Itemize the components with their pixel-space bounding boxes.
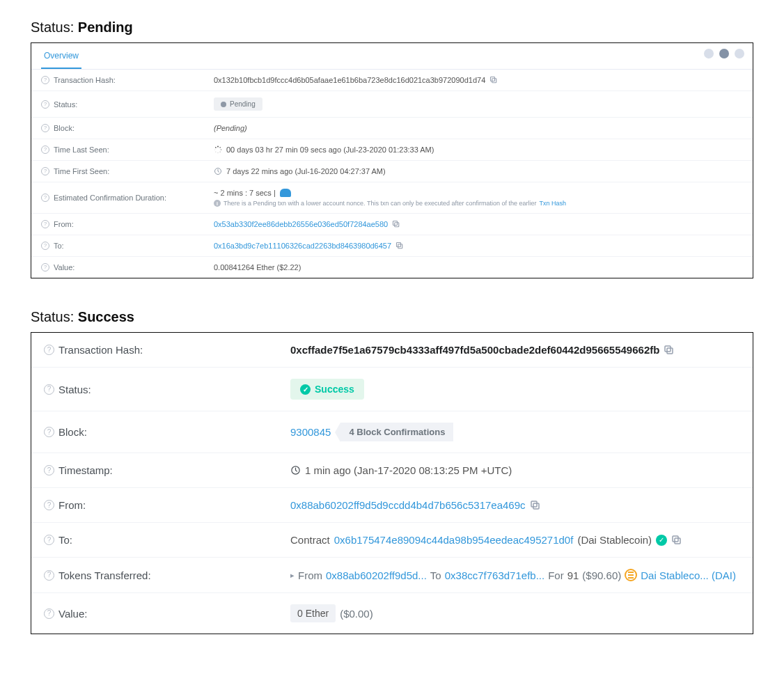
help-icon[interactable]: ? bbox=[41, 76, 49, 84]
value-pill: 0 Ether bbox=[290, 604, 336, 622]
panel-dot bbox=[704, 49, 714, 58]
tokens-from-link[interactable]: 0x88ab60202ff9d5d... bbox=[326, 569, 427, 581]
section-title-pending: Status: Pending bbox=[31, 19, 753, 36]
help-icon[interactable]: ? bbox=[41, 124, 49, 132]
help-icon[interactable]: ? bbox=[41, 146, 49, 154]
svg-rect-13 bbox=[398, 244, 402, 249]
token-name-link[interactable]: Dai Stableco... (DAI) bbox=[641, 569, 736, 581]
label-status: Status: bbox=[58, 384, 91, 395]
help-icon[interactable]: ? bbox=[44, 608, 54, 619]
row-tokens-transferred: ? Tokens Transferred: ▸ From 0x88ab60202… bbox=[31, 558, 753, 593]
svg-rect-0 bbox=[492, 79, 496, 83]
spinner-icon bbox=[214, 146, 222, 154]
row-from: ? From: 0x88ab60202ff9d5d9ccdd4b4d7b656c… bbox=[31, 488, 753, 523]
row-tx-hash: ? Transaction Hash: 0xcffade7f5e1a67579c… bbox=[31, 333, 753, 368]
est-duration-value: ~ 2 mins : 7 secs | bbox=[214, 189, 276, 197]
help-icon[interactable]: ? bbox=[44, 535, 54, 545]
row-status: ? Status: ✓ Success bbox=[31, 368, 753, 411]
section-title-success: Status: Success bbox=[31, 309, 753, 325]
label-tx-hash: Transaction Hash: bbox=[58, 344, 143, 356]
pending-dot-icon bbox=[221, 102, 226, 107]
label-tx-hash: Transaction Hash: bbox=[54, 76, 116, 84]
row-time-last-seen: ? Time Last Seen: 00 days 03 hr 27 min 0… bbox=[31, 139, 753, 161]
tokens-amount-usd: ($90.60) bbox=[582, 569, 621, 581]
clock-icon bbox=[214, 167, 222, 175]
svg-rect-19 bbox=[531, 501, 537, 507]
label-block: Block: bbox=[54, 124, 75, 132]
tokens-to-label: To bbox=[430, 569, 441, 581]
copy-icon[interactable] bbox=[489, 76, 498, 84]
value-usd: ($0.00) bbox=[340, 608, 373, 620]
section-title-prefix: Status: bbox=[31, 309, 78, 324]
tokens-to-link[interactable]: 0x38cc7f763d71efb... bbox=[445, 569, 544, 581]
tx-hash-value: 0xcffade7f5e1a67579cb4333aff497fd5a500cb… bbox=[290, 344, 659, 356]
to-address-link[interactable]: 0x6b175474e89094c44da98b954eedeac495271d… bbox=[334, 534, 574, 546]
section-title-status: Pending bbox=[78, 19, 133, 35]
time-first-seen-value: 7 days 22 mins ago (Jul-16-2020 04:27:37… bbox=[226, 167, 386, 175]
copy-icon[interactable] bbox=[530, 500, 541, 511]
panel-dot bbox=[735, 49, 744, 58]
label-from: From: bbox=[54, 220, 74, 228]
help-icon[interactable]: ? bbox=[41, 220, 49, 228]
est-note-text: There is a Pending txn with a lower acco… bbox=[224, 200, 537, 207]
tokens-for-label: For bbox=[548, 569, 564, 581]
copy-icon[interactable] bbox=[395, 242, 404, 250]
to-prefix: Contract bbox=[290, 534, 330, 546]
svg-rect-11 bbox=[395, 223, 399, 227]
svg-point-2 bbox=[217, 146, 219, 148]
svg-rect-14 bbox=[397, 243, 401, 247]
svg-rect-1 bbox=[491, 77, 495, 81]
block-confirmations-badge: 4 Block Confirmations bbox=[340, 423, 453, 441]
label-est-conf: Estimated Confirmation Duration: bbox=[54, 194, 166, 202]
success-panel: ? Transaction Hash: 0xcffade7f5e1a67579c… bbox=[31, 332, 753, 634]
label-value: Value: bbox=[54, 263, 75, 272]
svg-point-6 bbox=[217, 152, 218, 153]
label-block: Block: bbox=[58, 426, 87, 438]
tx-hash-value: 0x132b10fbcb1d9fccc4d6b05afaae1e61b6ba72… bbox=[214, 76, 485, 84]
status-badge-text: Pending bbox=[230, 100, 256, 108]
row-value: ? Value: 0.00841264 Ether ($2.22) bbox=[31, 257, 753, 278]
gauge-icon[interactable] bbox=[280, 189, 291, 197]
svg-point-4 bbox=[221, 149, 222, 150]
copy-icon[interactable] bbox=[664, 345, 675, 356]
svg-point-7 bbox=[215, 152, 216, 152]
svg-point-8 bbox=[214, 149, 215, 150]
to-address-link[interactable]: 0x16a3bd9c7eb11106326cad2263bd8463980d64… bbox=[214, 242, 391, 250]
help-icon[interactable]: ? bbox=[41, 242, 49, 250]
help-icon[interactable]: ? bbox=[41, 263, 49, 272]
check-circle-icon: ✓ bbox=[300, 384, 311, 395]
from-address-link[interactable]: 0x53ab330f2ee86debb26556e036ed50f7284ae5… bbox=[214, 220, 388, 228]
help-icon[interactable]: ? bbox=[41, 194, 49, 202]
caret-icon: ▸ bbox=[290, 571, 295, 580]
help-icon[interactable]: ? bbox=[44, 384, 54, 395]
from-address-link[interactable]: 0x88ab60202ff9d5d9ccdd4b4d7b656c5317ea46… bbox=[290, 499, 526, 511]
block-value: (Pending) bbox=[214, 124, 247, 132]
svg-rect-20 bbox=[675, 538, 680, 544]
status-badge-success: ✓ Success bbox=[290, 379, 364, 400]
help-icon[interactable]: ? bbox=[44, 427, 54, 437]
info-icon: i bbox=[214, 200, 221, 207]
copy-icon[interactable] bbox=[392, 220, 400, 228]
panel-dot bbox=[719, 49, 729, 58]
row-block: ? Block: (Pending) bbox=[31, 118, 753, 139]
tab-overview[interactable]: Overview bbox=[41, 44, 81, 69]
help-icon[interactable]: ? bbox=[44, 465, 54, 475]
label-tokens-transferred: Tokens Transferred: bbox=[58, 569, 151, 581]
block-number-link[interactable]: 9300845 bbox=[290, 426, 331, 438]
help-icon[interactable]: ? bbox=[44, 345, 54, 355]
txn-hash-link[interactable]: Txn Hash bbox=[540, 200, 567, 207]
row-block: ? Block: 9300845 4 Block Confirmations bbox=[31, 411, 753, 453]
help-icon[interactable]: ? bbox=[44, 570, 54, 581]
row-to: ? To: 0x16a3bd9c7eb11106326cad2263bd8463… bbox=[31, 235, 753, 257]
help-icon[interactable]: ? bbox=[44, 500, 54, 510]
label-timestamp: Timestamp: bbox=[58, 464, 113, 476]
help-icon[interactable]: ? bbox=[41, 100, 49, 109]
panel-dots bbox=[704, 49, 744, 58]
verified-check-icon: ✓ bbox=[656, 535, 667, 546]
copy-icon[interactable] bbox=[671, 535, 682, 546]
time-last-seen-value: 00 days 03 hr 27 min 09 secs ago (Jul-23… bbox=[226, 146, 434, 154]
label-value: Value: bbox=[58, 608, 87, 620]
section-title-status: Success bbox=[78, 309, 134, 324]
row-tx-hash: ? Transaction Hash: 0x132b10fbcb1d9fccc4… bbox=[31, 70, 753, 91]
help-icon[interactable]: ? bbox=[41, 167, 49, 175]
